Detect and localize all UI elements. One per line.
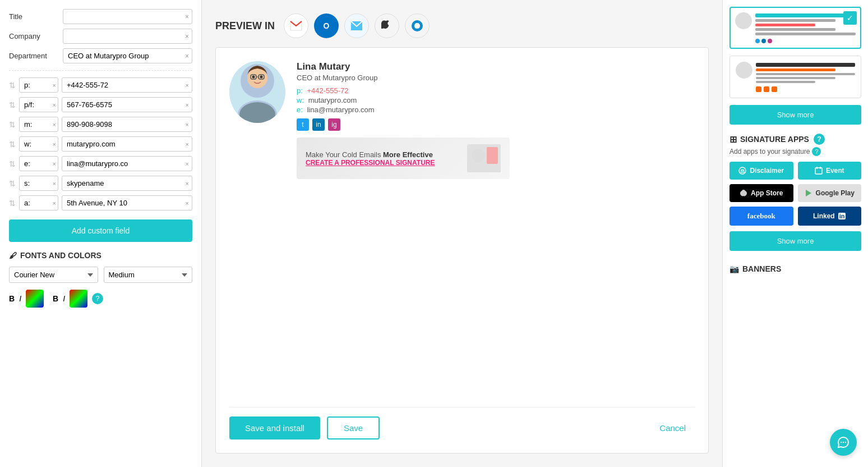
phone-value-clear-1[interactable]: × <box>186 102 189 108</box>
phone-value-input-5[interactable] <box>62 176 192 191</box>
googleplay-app-button[interactable]: Google Play <box>798 184 862 202</box>
phone-value-input-0[interactable] <box>62 77 192 93</box>
phone-value-clear-0[interactable]: × <box>186 82 189 89</box>
phone-label-clear-6[interactable]: × <box>53 200 56 207</box>
tmpl-2-right-icons <box>756 86 855 92</box>
phone-value-clear-6[interactable]: × <box>186 200 189 207</box>
phone-value-wrap-5: × <box>62 176 192 191</box>
chat-icon <box>837 436 849 448</box>
drag-handle-0[interactable]: ⇅ <box>9 81 16 90</box>
phone-row-3: ⇅ × × <box>9 136 192 152</box>
svg-text:⚖: ⚖ <box>740 168 745 174</box>
banner-cta-text[interactable]: CREATE A PROFESSIONAL SIGNATURE <box>306 159 460 167</box>
template-lines-1 <box>755 12 856 43</box>
linkedin-app-button[interactable]: Linkedin <box>798 207 862 226</box>
twitter-social-icon[interactable]: t <box>297 118 309 131</box>
phone-label-clear-5[interactable]: × <box>53 180 56 187</box>
outlook-icon[interactable]: O <box>314 13 339 38</box>
sig-apps-title: ⊞ SIGNATURE APPS ? <box>730 134 861 145</box>
show-more-button-1[interactable]: Show more <box>730 105 861 125</box>
color-swatch-1[interactable] <box>26 290 44 308</box>
appstore-icon <box>740 189 747 197</box>
linkedin-social-icon[interactable]: in <box>312 118 325 131</box>
banner-text-area: Make Your Cold Emails More Effective CRE… <box>306 150 460 167</box>
phone-label-clear-4[interactable]: × <box>53 161 56 167</box>
left-panel: Title × Company × Department × ⇅ × <box>0 0 202 467</box>
sig-apps-subtitle-help[interactable]: ? <box>812 147 821 156</box>
phone-label-clear-1[interactable]: × <box>53 102 56 108</box>
italic-btn-1[interactable]: I <box>19 294 21 303</box>
save-and-install-button[interactable]: Save and install <box>229 416 320 439</box>
drag-handle-6[interactable]: ⇅ <box>9 199 16 208</box>
tmpl-2-icon-1 <box>756 86 761 92</box>
banner-image <box>467 144 501 172</box>
phone-value-input-2[interactable] <box>62 117 192 132</box>
phone-value-wrap-1: × <box>62 97 192 112</box>
template-card-1[interactable]: ✓ <box>730 7 861 49</box>
department-label: Department <box>9 52 59 60</box>
color-swatch-2[interactable] <box>70 290 87 308</box>
add-custom-field-button[interactable]: Add custom field <box>9 219 192 242</box>
template-card-2[interactable] <box>730 56 861 98</box>
phone-value-clear-5[interactable]: × <box>186 180 189 187</box>
sig-apps-help-icon[interactable]: ? <box>814 134 825 145</box>
company-clear-btn[interactable]: × <box>185 33 189 40</box>
tmpl-line-web <box>755 28 835 31</box>
macmail-icon[interactable] <box>344 13 369 38</box>
event-app-button[interactable]: Event <box>798 162 862 180</box>
thunderbird-icon[interactable] <box>405 13 430 38</box>
right-panel: ✓ <box>722 0 868 467</box>
help-icon[interactable]: ? <box>92 293 103 304</box>
company-label: Company <box>9 32 59 40</box>
svg-marker-18 <box>806 190 811 196</box>
phone-row-0: ⇅ × × <box>9 77 192 93</box>
phone-label-clear-0[interactable]: × <box>53 82 56 89</box>
company-input[interactable] <box>63 29 192 44</box>
drag-handle-3[interactable]: ⇅ <box>9 140 16 149</box>
facebook-app-button[interactable]: facebook <box>730 207 793 226</box>
drag-handle-5[interactable]: ⇅ <box>9 179 16 188</box>
chat-bubble-button[interactable] <box>830 429 857 456</box>
tmpl-line-2-title <box>756 68 835 71</box>
fonts-colors-title: 🖌 FONTS AND COLORS <box>9 251 192 260</box>
color-row-1: B I B I ? <box>9 290 192 308</box>
phone-label-wrap-3: × <box>19 136 58 152</box>
apple-icon[interactable] <box>375 13 399 38</box>
sig-email-value: lina@mutarypro.com <box>307 106 374 114</box>
italic-btn-2[interactable]: I <box>63 294 65 303</box>
phone-value-input-3[interactable] <box>62 136 192 152</box>
gmail-icon[interactable] <box>284 13 308 38</box>
phone-label-clear-2[interactable]: × <box>53 121 56 128</box>
drag-handle-1[interactable]: ⇅ <box>9 100 16 109</box>
instagram-social-icon[interactable]: ig <box>328 118 340 131</box>
font-family-select[interactable]: Courier New Arial Helvetica Georgia <box>9 267 98 283</box>
phone-value-clear-4[interactable]: × <box>186 161 189 167</box>
bold-btn-2[interactable]: B <box>53 294 58 303</box>
fonts-row: Courier New Arial Helvetica Georgia Medi… <box>9 267 192 283</box>
save-button[interactable]: Save <box>327 416 380 439</box>
show-more-button-2[interactable]: Show more <box>730 231 861 251</box>
phone-value-input-4[interactable] <box>62 156 192 171</box>
phone-row-6: ⇅ × × <box>9 195 192 210</box>
drag-handle-2[interactable]: ⇅ <box>9 120 16 129</box>
department-clear-btn[interactable]: × <box>185 52 189 60</box>
phone-value-input-6[interactable] <box>62 195 192 210</box>
sig-name: Lina Mutary <box>297 61 695 72</box>
phone-value-clear-3[interactable]: × <box>186 141 189 148</box>
font-size-select[interactable]: Medium Small Large <box>104 267 193 283</box>
preview-header: PREVIEW IN O <box>215 13 709 38</box>
tmpl-line-phone <box>755 24 815 26</box>
appstore-app-button[interactable]: App Store <box>730 184 793 202</box>
drag-handle-4[interactable]: ⇅ <box>9 159 16 168</box>
department-input[interactable] <box>63 48 192 63</box>
phone-value-input-1[interactable] <box>62 97 192 112</box>
linkedin-in-badge: in <box>838 213 846 219</box>
cancel-button[interactable]: Cancel <box>659 423 686 433</box>
title-clear-btn[interactable]: × <box>185 13 189 21</box>
linkedin-app-label: Linked <box>813 212 835 220</box>
phone-label-clear-3[interactable]: × <box>53 141 56 148</box>
title-input[interactable] <box>63 9 192 24</box>
bold-btn-1[interactable]: B <box>9 294 15 303</box>
disclaimer-app-button[interactable]: ⚖ Disclaimer <box>730 162 793 180</box>
phone-value-clear-2[interactable]: × <box>186 121 189 128</box>
